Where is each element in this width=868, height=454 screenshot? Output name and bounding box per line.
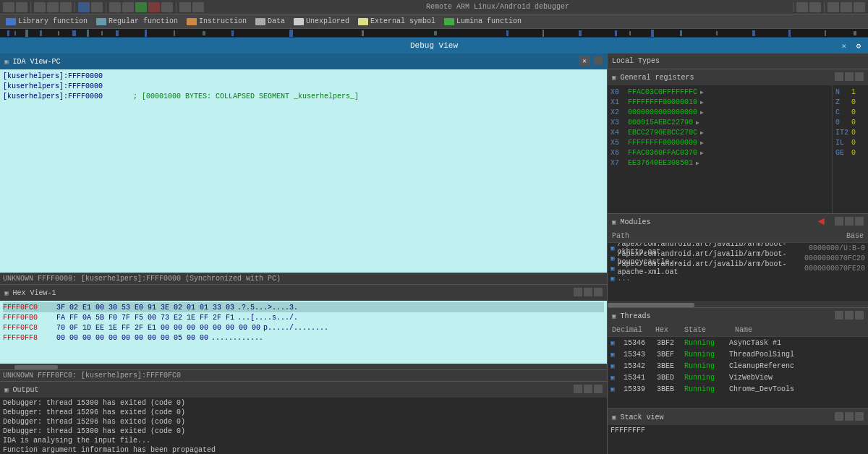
- thread-decimal-1: 15346: [624, 339, 655, 347]
- hex-view-icon-3[interactable]: [594, 288, 603, 296]
- toolbar-btn-1[interactable]: [3, 2, 14, 12]
- ida-view-icon-1[interactable]: [594, 56, 603, 65]
- output-icon-2[interactable]: [584, 385, 592, 393]
- thread-row-3: ▣ 15342 3BEE Running CleanupReferenc: [608, 360, 868, 372]
- toolbar-btn-16[interactable]: [854, 2, 865, 12]
- legend-color-regular: [96, 18, 106, 25]
- stack-icon-1[interactable]: [835, 412, 843, 421]
- modules-icon-2[interactable]: [845, 217, 854, 226]
- registers-right: N 1 Z 0 C 0 0 0: [832, 85, 868, 213]
- gen-registers-header: ▣ General registers: [608, 69, 868, 85]
- legend-external: External symbol: [358, 17, 435, 25]
- reg-name-x1: X1: [610, 98, 625, 106]
- reg-name-x0: X0: [610, 88, 625, 96]
- threads-col-hex: Hex: [655, 326, 684, 334]
- debug-tab-close[interactable]: ✕: [841, 41, 846, 51]
- output-icon-1[interactable]: [574, 385, 582, 393]
- stack-panel: ▣ Stack view FFFFFFFF FFFFFFFFFFFFFFFF: …: [608, 409, 868, 454]
- toolbar-btn-5[interactable]: [60, 2, 72, 12]
- hex-addr-1: FFFF0FC0: [3, 304, 54, 312]
- toolbar-btn-4[interactable]: [47, 2, 59, 12]
- svg-rect-12: [203, 31, 205, 35]
- hex-bytes-1: 3F 02 E1 00 30 53 E0 91 3E 02 01 01 33 0…: [56, 304, 234, 312]
- stack-icon-2[interactable]: [845, 412, 854, 421]
- hex-scrollbar[interactable]: [0, 364, 607, 369]
- thread-icon-4: ▣: [610, 374, 622, 382]
- svg-rect-24: [680, 30, 682, 36]
- svg-rect-2: [14, 31, 16, 35]
- flag-val-n: 1: [851, 88, 856, 96]
- toolbar-btn-8[interactable]: [122, 2, 134, 12]
- toolbar-sep-5: [793, 2, 793, 12]
- hex-ascii-4: ............: [211, 334, 263, 342]
- thread-row-1: ▣ 15346 3BF2 Running AsyncTask #1: [608, 337, 868, 348]
- reg-row-x5: X5 FFFFFFFF00000000 ▶: [610, 137, 829, 147]
- toolbar-btn-15[interactable]: [841, 2, 852, 12]
- flag-val-il: 0: [851, 139, 856, 147]
- toolbar-btn-13[interactable]: [809, 2, 821, 12]
- threads-icon-3[interactable]: [855, 311, 864, 320]
- code-addr-1: [kuserhelpers]:FFFF0000: [3, 72, 133, 80]
- output-line-4: Debugger: thread 15300 has exited (code …: [3, 427, 604, 437]
- modules-icon-3[interactable]: [855, 217, 864, 226]
- modules-icons: [835, 217, 864, 226]
- svg-rect-28: [825, 30, 826, 36]
- toolbar-btn-14[interactable]: [827, 2, 839, 12]
- reg-arrow-x3: ▶: [696, 119, 699, 126]
- toolbar-btn-3[interactable]: [34, 2, 46, 12]
- hex-scrollbar-thumb[interactable]: [14, 365, 58, 369]
- debug-view-tab[interactable]: Debug View ✕ ⚙: [0, 38, 868, 53]
- gen-reg-icon-3[interactable]: [855, 72, 864, 81]
- toolbar-btn-10[interactable]: [179, 2, 191, 12]
- toolbar-btn-2[interactable]: [16, 2, 27, 12]
- toolbar-btn-7[interactable]: [109, 2, 121, 12]
- output-content: Debugger: thread 15300 has exited (code …: [0, 398, 607, 454]
- flag-name-il: IL: [835, 139, 850, 147]
- toolbar-btn-11[interactable]: [192, 2, 204, 12]
- ida-view-title: IDA View-PC: [12, 58, 60, 66]
- modules-scrollbar[interactable]: [608, 301, 868, 307]
- hex-view-icon-2[interactable]: [584, 288, 592, 296]
- thread-name-1: AsyncTask #1: [729, 339, 781, 347]
- toolbar-btn-9[interactable]: [161, 2, 173, 12]
- toolbar-btn-6[interactable]: [91, 2, 103, 12]
- module-base-3: 0000000070FE20: [793, 265, 865, 273]
- hex-status-text: UNKNOWN FFFF0FC0: [kuserhelpers]:FFFF0FC…: [3, 372, 181, 380]
- output-icon-3[interactable]: [594, 385, 603, 393]
- reg-arrow-x1: ▶: [700, 99, 704, 106]
- ida-view-close[interactable]: ✕: [579, 56, 590, 66]
- modules-icon-1[interactable]: [835, 217, 843, 226]
- thread-icon-3: ▣: [610, 362, 622, 370]
- thread-decimal-3: 15342: [624, 362, 655, 370]
- thread-state-1: Running: [684, 339, 728, 347]
- modules-scrollbar-thumb[interactable]: [608, 303, 694, 307]
- svg-rect-19: [579, 30, 582, 36]
- thread-hex-4: 3BED: [657, 374, 683, 382]
- thread-name-5: Chrome_DevTools: [729, 385, 794, 393]
- hex-view-icon-1[interactable]: [574, 288, 582, 296]
- debug-view-label: Debug View: [410, 41, 458, 50]
- reg-value-x4: EBCC2790EBCC270C: [628, 129, 697, 137]
- hex-view-title: Hex View-1: [12, 289, 56, 297]
- threads-icon-1[interactable]: [835, 311, 843, 320]
- gen-reg-icon-1[interactable]: [835, 72, 843, 81]
- reg-value-x6: FFAC0360FFAC0370: [628, 149, 697, 157]
- toolbar-btn-green[interactable]: [135, 2, 147, 12]
- svg-rect-23: [651, 30, 654, 37]
- toolbar-btn-run[interactable]: [78, 2, 90, 12]
- hex-view-icons: [574, 288, 603, 296]
- toolbar-btn-12[interactable]: [796, 2, 808, 12]
- threads-icon-2[interactable]: [845, 311, 854, 320]
- toolbar-sep-3: [106, 2, 106, 12]
- hex-ascii-3: p...../........: [263, 324, 328, 332]
- flag-val-c: 0: [851, 108, 856, 116]
- thread-state-4: Running: [684, 374, 728, 382]
- output-line-6: Function argument information has been p…: [3, 446, 604, 454]
- legend-color-data: [255, 18, 265, 25]
- gen-reg-icon-2[interactable]: [845, 72, 854, 81]
- waveform-bar: [0, 29, 868, 38]
- module-row-3: ▣ /apex/com.android.art/javalib/arm/boot…: [608, 263, 868, 273]
- stack-icon-3[interactable]: [855, 412, 864, 421]
- toolbar-btn-red[interactable]: [148, 2, 160, 12]
- threads-col-decimal: Decimal: [612, 326, 655, 334]
